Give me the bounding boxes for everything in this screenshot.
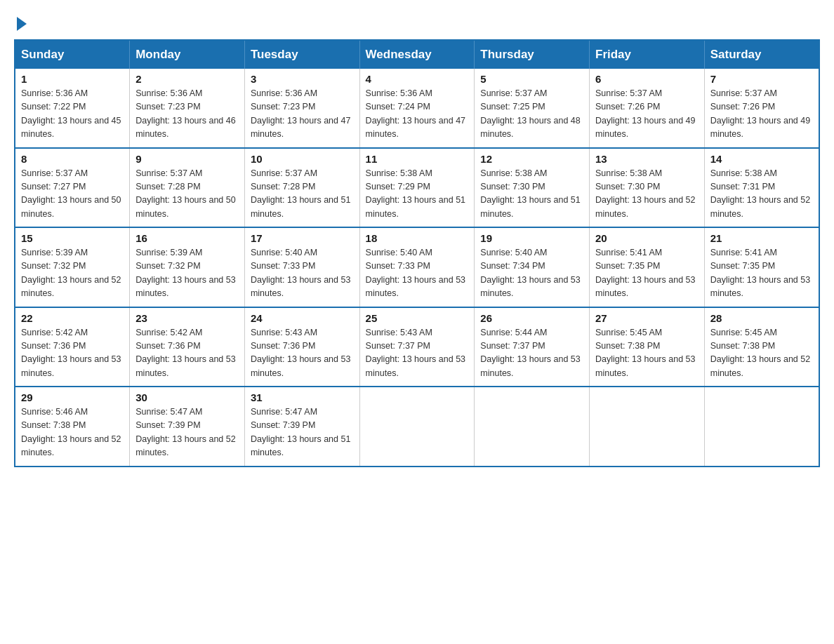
calendar-day-cell: 27 Sunrise: 5:45 AMSunset: 7:38 PMDaylig… [590, 307, 705, 387]
day-info: Sunrise: 5:36 AMSunset: 7:22 PMDaylight:… [21, 88, 121, 139]
day-info: Sunrise: 5:45 AMSunset: 7:38 PMDaylight:… [710, 328, 810, 378]
day-info: Sunrise: 5:37 AMSunset: 7:26 PMDaylight:… [710, 88, 810, 139]
day-number: 9 [135, 153, 239, 165]
calendar-day-cell: 29 Sunrise: 5:46 AMSunset: 7:38 PMDaylig… [15, 387, 130, 467]
day-info: Sunrise: 5:41 AMSunset: 7:35 PMDaylight:… [710, 248, 810, 298]
day-info: Sunrise: 5:37 AMSunset: 7:27 PMDaylight:… [21, 168, 121, 219]
day-info: Sunrise: 5:39 AMSunset: 7:32 PMDaylight:… [21, 248, 121, 298]
day-info: Sunrise: 5:36 AMSunset: 7:23 PMDaylight:… [135, 88, 235, 139]
day-info: Sunrise: 5:37 AMSunset: 7:25 PMDaylight:… [480, 88, 580, 139]
calendar-day-cell: 7 Sunrise: 5:37 AMSunset: 7:26 PMDayligh… [704, 69, 819, 148]
calendar-day-cell: 13 Sunrise: 5:38 AMSunset: 7:30 PMDaylig… [590, 148, 705, 228]
calendar-day-cell: 8 Sunrise: 5:37 AMSunset: 7:27 PMDayligh… [15, 148, 130, 228]
calendar-day-cell: 4 Sunrise: 5:36 AMSunset: 7:24 PMDayligh… [359, 69, 475, 148]
day-number: 28 [710, 312, 813, 324]
logo-arrow-icon [17, 17, 27, 31]
day-number: 16 [135, 232, 239, 244]
logo [14, 14, 27, 28]
day-info: Sunrise: 5:37 AMSunset: 7:28 PMDaylight:… [135, 168, 235, 219]
column-header-sunday: Sunday [15, 40, 130, 69]
day-info: Sunrise: 5:38 AMSunset: 7:31 PMDaylight:… [710, 168, 810, 219]
day-number: 1 [21, 73, 124, 85]
day-info: Sunrise: 5:41 AMSunset: 7:35 PMDaylight:… [595, 248, 695, 298]
calendar-day-cell: 11 Sunrise: 5:38 AMSunset: 7:29 PMDaylig… [359, 148, 475, 228]
page-header [14, 14, 820, 28]
day-number: 20 [595, 232, 699, 244]
day-info: Sunrise: 5:43 AMSunset: 7:36 PMDaylight:… [251, 328, 350, 378]
calendar-day-cell: 31 Sunrise: 5:47 AMSunset: 7:39 PMDaylig… [244, 387, 359, 467]
day-info: Sunrise: 5:47 AMSunset: 7:39 PMDaylight:… [135, 407, 235, 457]
calendar-day-cell: 3 Sunrise: 5:36 AMSunset: 7:23 PMDayligh… [244, 69, 359, 148]
day-number: 29 [21, 391, 124, 403]
calendar-day-cell: 22 Sunrise: 5:42 AMSunset: 7:36 PMDaylig… [15, 307, 130, 387]
day-info: Sunrise: 5:38 AMSunset: 7:30 PMDaylight:… [480, 168, 580, 219]
calendar-day-cell: 26 Sunrise: 5:44 AMSunset: 7:37 PMDaylig… [475, 307, 590, 387]
day-number: 3 [251, 73, 354, 85]
column-header-friday: Friday [590, 40, 705, 69]
day-info: Sunrise: 5:37 AMSunset: 7:28 PMDaylight:… [251, 168, 350, 219]
day-info: Sunrise: 5:36 AMSunset: 7:23 PMDaylight:… [251, 88, 350, 139]
calendar-day-cell: 5 Sunrise: 5:37 AMSunset: 7:25 PMDayligh… [475, 69, 590, 148]
calendar-day-cell: 21 Sunrise: 5:41 AMSunset: 7:35 PMDaylig… [704, 227, 819, 307]
day-number: 24 [251, 312, 354, 324]
calendar-day-cell: 10 Sunrise: 5:37 AMSunset: 7:28 PMDaylig… [244, 148, 359, 228]
calendar-day-cell: 1 Sunrise: 5:36 AMSunset: 7:22 PMDayligh… [15, 69, 130, 148]
day-info: Sunrise: 5:47 AMSunset: 7:39 PMDaylight:… [251, 407, 350, 457]
day-number: 6 [595, 73, 699, 85]
day-number: 14 [710, 153, 813, 165]
day-info: Sunrise: 5:42 AMSunset: 7:36 PMDaylight:… [135, 328, 235, 378]
calendar-day-cell [590, 387, 705, 467]
day-number: 31 [251, 391, 354, 403]
day-number: 13 [595, 153, 699, 165]
calendar-day-cell: 24 Sunrise: 5:43 AMSunset: 7:36 PMDaylig… [244, 307, 359, 387]
day-info: Sunrise: 5:36 AMSunset: 7:24 PMDaylight:… [366, 88, 465, 139]
day-info: Sunrise: 5:44 AMSunset: 7:37 PMDaylight:… [480, 328, 580, 378]
calendar-day-cell: 19 Sunrise: 5:40 AMSunset: 7:34 PMDaylig… [475, 227, 590, 307]
day-number: 21 [710, 232, 813, 244]
column-header-saturday: Saturday [704, 40, 819, 69]
day-number: 11 [366, 153, 469, 165]
calendar-week-row: 1 Sunrise: 5:36 AMSunset: 7:22 PMDayligh… [15, 69, 819, 148]
day-number: 7 [710, 73, 813, 85]
day-number: 19 [480, 232, 583, 244]
day-number: 12 [480, 153, 583, 165]
day-info: Sunrise: 5:42 AMSunset: 7:36 PMDaylight:… [21, 328, 121, 378]
calendar-day-cell: 23 Sunrise: 5:42 AMSunset: 7:36 PMDaylig… [130, 307, 245, 387]
day-info: Sunrise: 5:40 AMSunset: 7:33 PMDaylight:… [251, 248, 350, 298]
day-number: 15 [21, 232, 124, 244]
calendar-day-cell [475, 387, 590, 467]
calendar-day-cell: 28 Sunrise: 5:45 AMSunset: 7:38 PMDaylig… [704, 307, 819, 387]
column-header-monday: Monday [130, 40, 245, 69]
day-number: 30 [135, 391, 239, 403]
day-info: Sunrise: 5:37 AMSunset: 7:26 PMDaylight:… [595, 88, 695, 139]
calendar-day-cell: 9 Sunrise: 5:37 AMSunset: 7:28 PMDayligh… [130, 148, 245, 228]
calendar-day-cell: 15 Sunrise: 5:39 AMSunset: 7:32 PMDaylig… [15, 227, 130, 307]
day-number: 8 [21, 153, 124, 165]
day-number: 25 [366, 312, 469, 324]
day-info: Sunrise: 5:38 AMSunset: 7:30 PMDaylight:… [595, 168, 695, 219]
day-info: Sunrise: 5:40 AMSunset: 7:34 PMDaylight:… [480, 248, 580, 298]
day-number: 2 [135, 73, 239, 85]
day-info: Sunrise: 5:43 AMSunset: 7:37 PMDaylight:… [366, 328, 465, 378]
calendar-day-cell: 20 Sunrise: 5:41 AMSunset: 7:35 PMDaylig… [590, 227, 705, 307]
column-header-tuesday: Tuesday [244, 40, 359, 69]
calendar-day-cell: 30 Sunrise: 5:47 AMSunset: 7:39 PMDaylig… [130, 387, 245, 467]
calendar-day-cell: 14 Sunrise: 5:38 AMSunset: 7:31 PMDaylig… [704, 148, 819, 228]
calendar-day-cell: 17 Sunrise: 5:40 AMSunset: 7:33 PMDaylig… [244, 227, 359, 307]
day-number: 23 [135, 312, 239, 324]
calendar-day-cell: 18 Sunrise: 5:40 AMSunset: 7:33 PMDaylig… [359, 227, 475, 307]
column-header-thursday: Thursday [475, 40, 590, 69]
day-number: 18 [366, 232, 469, 244]
calendar-day-cell: 12 Sunrise: 5:38 AMSunset: 7:30 PMDaylig… [475, 148, 590, 228]
calendar-week-row: 29 Sunrise: 5:46 AMSunset: 7:38 PMDaylig… [15, 387, 819, 467]
day-info: Sunrise: 5:46 AMSunset: 7:38 PMDaylight:… [21, 407, 121, 457]
day-number: 26 [480, 312, 583, 324]
calendar-week-row: 15 Sunrise: 5:39 AMSunset: 7:32 PMDaylig… [15, 227, 819, 307]
day-info: Sunrise: 5:38 AMSunset: 7:29 PMDaylight:… [366, 168, 465, 219]
day-number: 4 [366, 73, 469, 85]
day-number: 5 [480, 73, 583, 85]
calendar-table: SundayMondayTuesdayWednesdayThursdayFrid… [14, 39, 820, 467]
day-info: Sunrise: 5:40 AMSunset: 7:33 PMDaylight:… [366, 248, 465, 298]
day-info: Sunrise: 5:45 AMSunset: 7:38 PMDaylight:… [595, 328, 695, 378]
calendar-day-cell [359, 387, 475, 467]
